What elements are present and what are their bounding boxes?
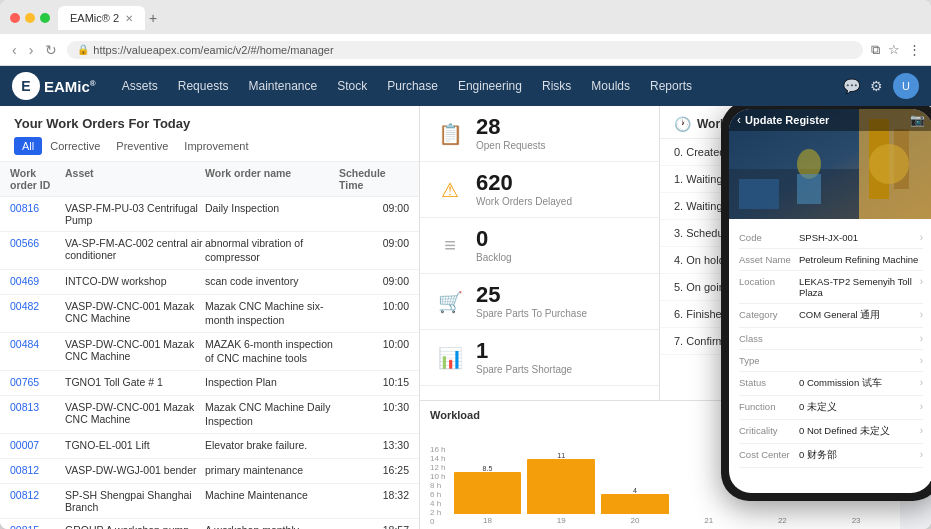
wo-asset: VASP-DW-CNC-001 Mazak CNC Machine <box>65 338 205 362</box>
wo-asset: VASP-DW-WGJ-001 bender <box>65 464 205 476</box>
chevron-right-icon: › <box>920 276 923 287</box>
filter-preventive[interactable]: Preventive <box>108 137 176 155</box>
chat-icon[interactable]: 💬 <box>843 78 860 94</box>
field-value: 0 Commission 试车 <box>799 377 918 390</box>
field-label: Class <box>739 333 799 344</box>
wo-name: Daily Inspection <box>205 202 339 216</box>
phone-field[interactable]: Code SPSH-JX-001 › <box>739 227 923 249</box>
clock-icon: 🕐 <box>674 116 691 132</box>
field-value: 0 Not Defined 未定义 <box>799 425 918 438</box>
field-value: Petroleum Refining Machine <box>799 254 923 265</box>
phone-header-image: ‹ Update Register 📷 <box>729 109 931 219</box>
field-label: Asset Name <box>739 254 799 265</box>
nav-item-reports[interactable]: Reports <box>640 66 702 106</box>
phone-field[interactable]: Criticality 0 Not Defined 未定义 › <box>739 420 923 444</box>
wo-name: Machine Maintenance <box>205 489 339 503</box>
nav-item-engineering[interactable]: Engineering <box>448 66 532 106</box>
tab-close-btn[interactable]: ✕ <box>125 13 133 24</box>
phone-field[interactable]: Type › <box>739 350 923 372</box>
col-time: Schedule Time <box>339 167 409 191</box>
nav-item-moulds[interactable]: Moulds <box>581 66 640 106</box>
nav-item-maintenance[interactable]: Maintenance <box>238 66 327 106</box>
filter-all[interactable]: All <box>14 137 42 155</box>
y-label-12h: 12 h <box>430 463 446 472</box>
wo-name: A workshop monthly inspection <box>205 524 339 529</box>
close-window-btn[interactable] <box>10 13 20 23</box>
phone-camera-icon[interactable]: 📷 <box>910 113 925 127</box>
browser-tab[interactable]: EAMic® 2 ✕ <box>58 6 145 30</box>
stats-column: 📋 28 Open Requests ⚠ 620 Work <box>420 106 660 400</box>
new-tab-btn[interactable]: + <box>149 10 157 26</box>
chart-x-label: 22 <box>778 516 787 525</box>
field-value: SPSH-JX-001 <box>799 232 918 243</box>
address-bar[interactable]: 🔒 https://valueapex.com/eamic/v2/#/home/… <box>67 41 863 59</box>
chart-bar <box>454 472 522 515</box>
table-row[interactable]: 00765 TGNO1 Toll Gate # 1 Inspection Pla… <box>0 371 419 396</box>
phone-field[interactable]: Category COM General 通用 › <box>739 304 923 328</box>
wo-name: scan code inventory <box>205 275 339 289</box>
svg-rect-8 <box>797 174 821 204</box>
filter-corrective[interactable]: Corrective <box>42 137 108 155</box>
delayed-content: 620 Work Orders Delayed <box>476 172 645 207</box>
maximize-window-btn[interactable] <box>40 13 50 23</box>
chevron-right-icon: › <box>920 232 923 243</box>
field-label: Code <box>739 232 799 243</box>
window-controls <box>10 13 50 23</box>
browser-titlebar: EAMic® 2 ✕ + <box>0 0 931 34</box>
nav-item-risks[interactable]: Risks <box>532 66 581 106</box>
chart-x-label: 18 <box>483 516 492 525</box>
phone-top-bar: ‹ Update Register 📷 <box>729 109 931 131</box>
nav-item-stock[interactable]: Stock <box>327 66 377 106</box>
refresh-button[interactable]: ↻ <box>43 40 59 60</box>
chart-bar-group: 8.5 18 <box>454 445 522 525</box>
spare-parts-card: 🛒 25 Spare Parts To Purchase <box>420 274 659 330</box>
user-avatar[interactable]: U <box>893 73 919 99</box>
nav-item-purchase[interactable]: Purchase <box>377 66 448 106</box>
table-row[interactable]: 00813 VASP-DW-CNC-001 Mazak CNC Machine … <box>0 396 419 434</box>
work-orders-header: Your Work Orders For Today All Correctiv… <box>0 106 419 162</box>
table-row[interactable]: 00816 VASP-FM-PU-03 Centrifugal Pump Dai… <box>0 197 419 232</box>
table-row[interactable]: 00812 SP-SH Shengpai Shanghai Branch Mac… <box>0 484 419 519</box>
nav-item-assets[interactable]: Assets <box>112 66 168 106</box>
table-row[interactable]: 00484 VASP-DW-CNC-001 Mazak CNC Machine … <box>0 333 419 371</box>
back-button[interactable]: ‹ <box>10 40 19 60</box>
table-row[interactable]: 00469 INTCO-DW workshop scan code invent… <box>0 270 419 295</box>
wo-asset: TGNO1 Toll Gate # 1 <box>65 376 205 388</box>
wo-name: Elevator brake failure. <box>205 439 339 453</box>
menu-icon[interactable]: ⋮ <box>908 42 921 58</box>
open-requests-label: Open Requests <box>476 140 645 151</box>
phone-field[interactable]: Status 0 Commission 试车 › <box>739 372 923 396</box>
phone-field: Asset Name Petroleum Refining Machine <box>739 249 923 271</box>
wo-name: Mazak CNC Machine six-month inspection <box>205 300 339 327</box>
y-label-6h: 6 h <box>430 490 446 499</box>
bookmark-icon[interactable]: ☆ <box>888 42 900 58</box>
open-requests-value: 28 <box>476 116 645 138</box>
phone-field[interactable]: Location LEKAS-TP2 Semenyih Toll Plaza › <box>739 271 923 304</box>
chevron-right-icon: › <box>920 355 923 366</box>
settings-icon[interactable]: ⚙ <box>870 78 883 94</box>
open-requests-card: 📋 28 Open Requests <box>420 106 659 162</box>
phone-field[interactable]: Class › <box>739 328 923 350</box>
table-row[interactable]: 00482 VASP-DW-CNC-001 Mazak CNC Machine … <box>0 295 419 333</box>
wo-asset: GROUP A workshop pump <box>65 524 205 529</box>
phone-back-btn[interactable]: ‹ <box>737 113 741 127</box>
chevron-right-icon: › <box>920 401 923 412</box>
phone-field[interactable]: Cost Center 0 财务部 › <box>739 444 923 468</box>
table-row[interactable]: 00566 VA-SP-FM-AC-002 central air condit… <box>0 232 419 270</box>
table-row[interactable]: 00007 TGNO-EL-001 Lift Elevator brake fa… <box>0 434 419 459</box>
table-row[interactable]: 00815 GROUP A workshop pump A workshop m… <box>0 519 419 529</box>
wo-asset: SP-SH Shengpai Shanghai Branch <box>65 489 205 513</box>
y-label-14h: 14 h <box>430 454 446 463</box>
chevron-right-icon: › <box>920 449 923 460</box>
wo-id: 00566 <box>10 237 65 249</box>
table-row[interactable]: 00812 VASP-DW-WGJ-001 bender primary mai… <box>0 459 419 484</box>
svg-rect-6 <box>739 179 779 209</box>
phone-field[interactable]: Function 0 未定义 › <box>739 396 923 420</box>
extensions-icon[interactable]: ⧉ <box>871 42 880 58</box>
backlog-card: ≡ 0 Backlog <box>420 218 659 274</box>
filter-improvement[interactable]: Improvement <box>176 137 256 155</box>
forward-button[interactable]: › <box>27 40 36 60</box>
nav-item-requests[interactable]: Requests <box>168 66 239 106</box>
filter-tabs: All Corrective Preventive Improvement <box>14 137 405 155</box>
minimize-window-btn[interactable] <box>25 13 35 23</box>
